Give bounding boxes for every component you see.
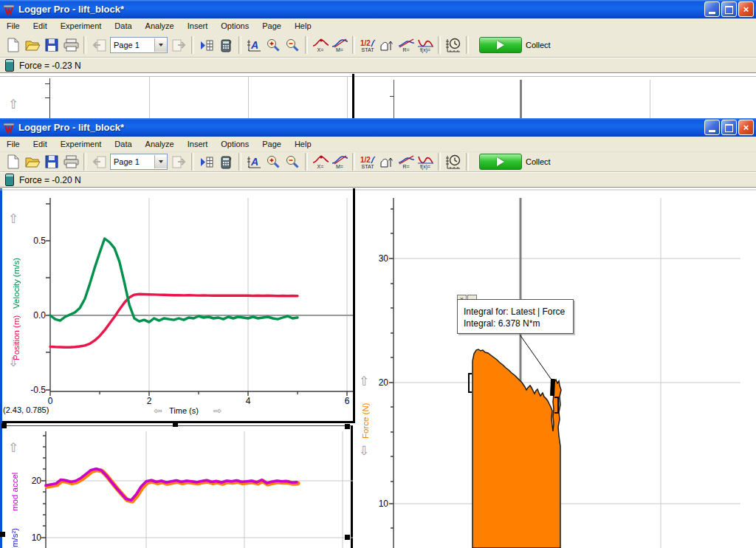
pane-b-scale-up-arrow-icon[interactable]: ⇧	[8, 442, 18, 454]
curve-fit-icon[interactable]: f(x)=	[416, 151, 435, 173]
menu-experiment[interactable]: Experiment	[54, 19, 109, 32]
autoscale-icon[interactable]: A	[244, 34, 264, 56]
window1-statusbar: Force = -0.23 N	[0, 58, 756, 73]
tangent-icon[interactable]: M=	[330, 34, 349, 56]
save-icon[interactable]	[42, 151, 61, 173]
window1-titlebar[interactable]: Logger Pro - lift_block* ×	[0, 0, 756, 18]
force-graph[interactable]: 30 20 10	[355, 188, 756, 548]
menu-edit[interactable]: Edit	[27, 137, 54, 151]
position-axis-label[interactable]: Position (m)	[12, 307, 21, 360]
autoscale-icon[interactable]: A	[244, 151, 264, 173]
force-sensor-icon[interactable]	[5, 59, 14, 72]
integral-annotation-box[interactable]: Integral for: Latest | Force Integral: 6…	[457, 299, 574, 334]
linear-fit-icon[interactable]: R=	[396, 34, 416, 56]
calculator-icon[interactable]	[216, 34, 236, 56]
integral-icon[interactable]	[377, 151, 396, 173]
menu-data[interactable]: Data	[108, 137, 138, 151]
window1-y-axis-up-arrow-icon[interactable]: ⇧	[8, 98, 18, 111]
pane-c-scale-up-arrow-icon[interactable]: ⇧	[359, 375, 369, 388]
position-velocity-graph[interactable]: 0.5 0.0 -0.5 0 2 4 6	[0, 188, 355, 421]
selection-handle[interactable]	[345, 424, 350, 429]
menu-page[interactable]: Page	[255, 137, 288, 151]
pane-a-scale-down-arrow-icon[interactable]: ⇩	[8, 356, 18, 369]
menu-analyze[interactable]: Analyze	[139, 19, 181, 32]
page-selector[interactable]: Page 1	[110, 154, 168, 170]
svg-text:A: A	[250, 156, 258, 168]
menu-edit[interactable]: Edit	[27, 19, 54, 32]
window2-titlebar[interactable]: Logger Pro - lift_block* ×	[0, 118, 756, 137]
pane-a-scale-up-arrow-icon[interactable]: ⇧	[8, 213, 18, 225]
collect-button[interactable]	[479, 154, 522, 170]
open-file-icon[interactable]	[23, 34, 42, 56]
zoom-in-icon[interactable]	[264, 34, 283, 56]
window1-graph-strip[interactable]: ⇧	[0, 74, 756, 118]
zoom-out-icon[interactable]	[283, 151, 302, 173]
force-sensor-icon[interactable]	[5, 174, 14, 186]
zoom-in-icon[interactable]	[264, 151, 283, 173]
menu-insert[interactable]: Insert	[181, 19, 215, 32]
acceleration-graph[interactable]: 20 10	[0, 425, 355, 548]
window1-close-icon[interactable]: ×	[738, 1, 754, 17]
menu-options[interactable]: Options	[214, 137, 255, 151]
acc-axis-label[interactable]: acc (m/s²)	[10, 513, 19, 548]
time-axis-left-arrow-icon[interactable]: ⇦	[154, 405, 162, 416]
mod-accel-axis-label[interactable]: mod accel	[10, 459, 19, 511]
data-collection-setup-icon[interactable]	[444, 151, 463, 173]
examine-icon[interactable]: X=	[311, 151, 330, 173]
window2-close-icon[interactable]: ×	[738, 120, 754, 135]
tangent-icon[interactable]: M=	[330, 151, 349, 173]
collect-button[interactable]	[479, 37, 522, 53]
calculator-icon[interactable]	[216, 151, 236, 173]
data-collection-setup-icon[interactable]	[444, 34, 463, 56]
open-file-icon[interactable]	[23, 151, 42, 173]
print-icon[interactable]	[61, 34, 80, 56]
time-axis-right-arrow-icon[interactable]: ⇨	[213, 405, 222, 416]
force-axis-label[interactable]: Force (N)	[361, 390, 370, 439]
selection-handle[interactable]	[173, 422, 178, 427]
selection-handle[interactable]	[0, 532, 5, 537]
window1-restore-icon[interactable]	[721, 1, 737, 17]
menu-file[interactable]: File	[0, 19, 27, 32]
next-page-icon[interactable]	[169, 34, 188, 56]
new-file-icon[interactable]	[4, 34, 23, 56]
previous-page-icon[interactable]	[89, 34, 109, 56]
menu-help[interactable]: Help	[288, 19, 318, 32]
previous-page-icon[interactable]	[89, 151, 109, 173]
svg-text:A: A	[250, 39, 258, 51]
next-page-icon[interactable]	[169, 151, 188, 173]
menu-options[interactable]: Options	[214, 19, 255, 32]
statistics-icon[interactable]: 1/2STAT	[358, 151, 377, 173]
window2-restore-icon[interactable]	[721, 120, 737, 135]
menu-data[interactable]: Data	[108, 19, 138, 32]
selection-handle[interactable]	[1, 423, 7, 428]
annotation-callout-line	[520, 335, 553, 382]
statistics-icon[interactable]: 1/2STAT	[358, 34, 377, 56]
integral-shaded-region[interactable]	[472, 349, 561, 548]
page-selector[interactable]: Page 1	[110, 37, 168, 53]
zoom-out-icon[interactable]	[283, 34, 302, 56]
pane-c-scale-down-arrow-icon[interactable]: ⇩	[359, 445, 369, 457]
velocity-axis-label[interactable]: Velocity (m/s)	[12, 230, 21, 309]
window2-minimize-icon[interactable]	[704, 120, 720, 135]
page-dropdown-arrow-icon[interactable]	[154, 155, 167, 168]
menu-file[interactable]: File	[0, 137, 27, 151]
integral-icon[interactable]	[377, 34, 396, 56]
data-table-icon[interactable]	[197, 151, 216, 173]
menu-help[interactable]: Help	[288, 137, 318, 151]
save-icon[interactable]	[42, 34, 61, 56]
linear-fit-icon[interactable]: R=	[396, 151, 416, 173]
print-icon[interactable]	[61, 151, 80, 173]
menu-analyze[interactable]: Analyze	[139, 137, 181, 151]
selection-handle[interactable]	[345, 535, 350, 540]
data-table-icon[interactable]	[197, 34, 216, 56]
page-dropdown-arrow-icon[interactable]	[154, 38, 167, 52]
menu-experiment[interactable]: Experiment	[54, 137, 109, 151]
window1-minimize-icon[interactable]	[704, 1, 720, 17]
new-file-icon[interactable]	[4, 151, 23, 173]
time-axis-label[interactable]: Time (s)	[169, 406, 199, 415]
curve-fit-icon[interactable]: f(x)=	[416, 34, 435, 56]
svg-text:1/2: 1/2	[360, 39, 371, 47]
examine-icon[interactable]: X=	[311, 34, 330, 56]
menu-insert[interactable]: Insert	[181, 137, 215, 151]
menu-page[interactable]: Page	[255, 19, 288, 32]
